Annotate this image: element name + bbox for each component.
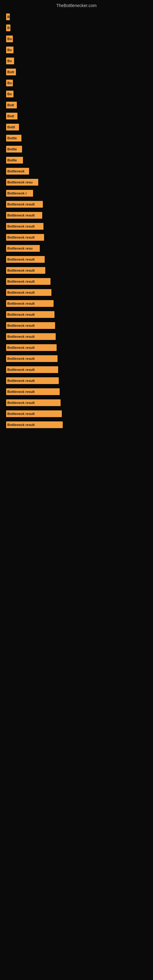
bar-item: Bottleneck result xyxy=(6,267,45,274)
bar-item: Bottleneck result xyxy=(6,234,44,241)
bar-item: Bottleneck result xyxy=(6,322,55,329)
bars-container: BBBoBoBoBottBoBoBottBottBottlBottleBottl… xyxy=(0,10,153,434)
bar-row: Bottleneck xyxy=(6,167,147,175)
bar-row: Bottleneck result xyxy=(6,398,147,407)
bar-item: Bottle xyxy=(6,146,22,153)
bar-row: Bo xyxy=(6,79,147,87)
bar-label: Bottl xyxy=(7,125,15,129)
bar-row: Bottleneck result xyxy=(6,354,147,363)
bar-row: Bottle xyxy=(6,134,147,142)
bar-label: Bottle xyxy=(7,136,17,140)
bar-label: Bottleneck r xyxy=(7,191,27,195)
bar-row: Bo xyxy=(6,46,147,54)
bar-row: Bottleneck result xyxy=(6,211,147,220)
bar-label: Bottleneck result xyxy=(7,346,35,350)
bar-label: Bottleneck result xyxy=(7,324,35,328)
bar-label: Bottleneck result xyxy=(7,357,35,360)
bar-label: Bottleneck result xyxy=(7,202,35,206)
bar-row: B xyxy=(6,24,147,32)
bar-item: Bottleneck result xyxy=(6,256,45,263)
bar-item: Bott xyxy=(6,113,18,119)
bar-item: Bottleneck result xyxy=(6,223,43,230)
bar-item: Bo xyxy=(6,46,13,53)
bar-label: Bott xyxy=(7,103,14,107)
bar-label: Bottleneck result xyxy=(7,423,35,426)
bar-item: Bott xyxy=(6,68,16,75)
bar-label: Bottleneck result xyxy=(7,269,35,272)
bar-item: Bottle xyxy=(6,157,23,164)
bar-row: Bottle xyxy=(6,145,147,153)
bar-label: Bottleneck result xyxy=(7,224,35,228)
bar-item: Bo xyxy=(6,80,13,86)
bar-item: Bottleneck result xyxy=(6,201,43,208)
bar-label: Bottleneck result xyxy=(7,235,35,239)
bar-item: Bottleneck result xyxy=(6,311,54,318)
bar-row: Bott xyxy=(6,68,147,76)
bar-row: Bottleneck result xyxy=(6,332,147,341)
bar-row: Bottleneck result xyxy=(6,387,147,396)
bar-row: Bott xyxy=(6,101,147,109)
bar-row: Bottleneck result xyxy=(6,310,147,319)
bar-row: Bo xyxy=(6,90,147,98)
bar-item: Bottleneck result xyxy=(6,377,59,384)
bar-row: Bottleneck result xyxy=(6,255,147,264)
bar-row: Bottleneck result xyxy=(6,266,147,275)
bar-row: Bottleneck result xyxy=(6,321,147,330)
bar-item: Bottleneck result xyxy=(6,388,60,395)
bar-label: Bo xyxy=(7,37,12,41)
bar-row: Bottleneck result xyxy=(6,365,147,374)
bar-label: B xyxy=(7,26,10,30)
bar-item: Bottl xyxy=(6,124,19,130)
bar-row: Bottleneck result xyxy=(6,233,147,242)
bar-label: Bottle xyxy=(7,158,17,162)
bar-label: Bottleneck result xyxy=(7,291,35,294)
bar-item: Bottleneck result xyxy=(6,289,51,296)
bar-item: Bottleneck result xyxy=(6,212,42,219)
header: TheBottlenecker.com xyxy=(0,0,153,10)
bar-row: Bottleneck result xyxy=(6,376,147,385)
bar-item: Bottleneck result xyxy=(6,300,54,307)
bar-label: Bo xyxy=(7,48,12,52)
bar-item: Bottleneck result xyxy=(6,399,61,406)
bar-item: Bo xyxy=(6,57,14,64)
bar-row: Bottleneck result xyxy=(6,409,147,418)
bar-item: B xyxy=(6,13,10,20)
bar-label: Bottleneck result xyxy=(7,379,35,382)
bar-label: Bottleneck result xyxy=(7,280,35,283)
bar-label: Bottleneck result xyxy=(7,258,35,261)
bar-label: Bott xyxy=(7,114,14,118)
bar-label: Bottleneck result xyxy=(7,401,35,404)
bar-item: Bottleneck result xyxy=(6,366,58,373)
bar-label: Bo xyxy=(7,92,12,96)
bar-label: Bo xyxy=(7,59,12,63)
bar-row: Bott xyxy=(6,112,147,120)
bar-row: Bottl xyxy=(6,123,147,131)
bar-item: Bottleneck xyxy=(6,168,29,175)
bar-item: B xyxy=(6,24,10,31)
bar-label: Bottleneck result xyxy=(7,368,35,371)
bar-item: Bottleneck result xyxy=(6,410,62,417)
bar-item: Bo xyxy=(6,35,13,42)
bar-item: Bo xyxy=(6,91,13,97)
bar-row: B xyxy=(6,13,147,21)
site-title: TheBottlenecker.com xyxy=(0,0,153,10)
bar-item: Bottleneck resu xyxy=(6,245,40,252)
bar-row: Bottleneck result xyxy=(6,288,147,297)
bar-item: Bott xyxy=(6,102,17,108)
bar-row: Bottleneck r xyxy=(6,189,147,197)
bar-row: Bottle xyxy=(6,156,147,164)
bar-row: Bottleneck result xyxy=(6,343,147,352)
bar-row: Bo xyxy=(6,35,147,43)
bar-item: Bottleneck result xyxy=(6,422,63,428)
bar-label: Bottle xyxy=(7,147,17,151)
bar-label: Bott xyxy=(7,70,14,74)
bar-item: Bottle xyxy=(6,135,21,142)
bar-label: B xyxy=(7,15,10,19)
bar-item: Bottleneck result xyxy=(6,333,56,340)
bar-label: Bottleneck xyxy=(7,169,24,173)
bar-row: Bottleneck result xyxy=(6,299,147,308)
bar-row: Bottleneck resu xyxy=(6,244,147,253)
bar-label: Bottleneck result xyxy=(7,213,35,217)
bar-row: Bo xyxy=(6,57,147,65)
bar-row: Bottleneck result xyxy=(6,200,147,208)
